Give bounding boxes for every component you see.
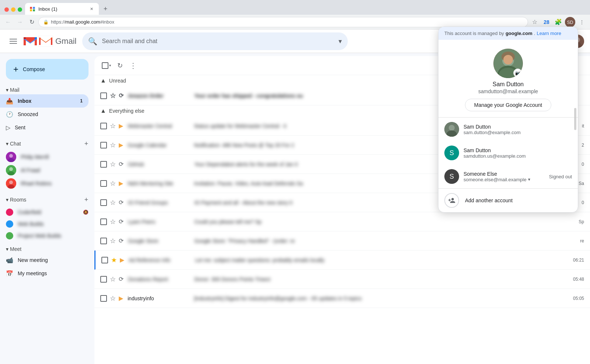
snooze-icon: ⟳ — [119, 161, 124, 168]
address-bar-url: https://mail.google.com#inbox — [51, 19, 114, 25]
rooms-section-header: ▾ Rooms + — [0, 192, 94, 206]
select-all-checkbox[interactable] — [102, 62, 108, 69]
forward-button[interactable]: → — [15, 17, 25, 27]
room-1-name: Coderfield — [18, 209, 79, 215]
star-icon[interactable]: ☆ — [110, 237, 116, 245]
email-time: Sa — [579, 181, 584, 186]
chat-contact-2[interactable]: Al Fraad — [6, 164, 94, 177]
star-icon[interactable]: ☆ — [110, 92, 116, 100]
email-checkbox[interactable] — [100, 238, 107, 244]
email-time: 06:21 — [573, 258, 584, 263]
search-input[interactable]: Search mail and chat — [102, 38, 334, 45]
sidebar-item-inbox[interactable]: 📥 Inbox 1 — [0, 94, 88, 108]
manage-google-account-button[interactable]: Manage your Google Account — [465, 99, 551, 111]
bookmark-button[interactable]: ☆ — [530, 17, 540, 27]
traffic-light-green[interactable] — [18, 7, 22, 12]
email-checkbox[interactable] — [100, 142, 107, 148]
sidebar-item-my-meetings[interactable]: 📅 My meetings — [0, 267, 94, 280]
chat-contact-1[interactable]: Philip Merrill — [6, 150, 94, 164]
account-item-sam-2[interactable]: S Sam Dutton samdutton.us@example.com — [438, 141, 578, 165]
email-checkbox[interactable] — [100, 92, 107, 99]
arrow-icon: ▶ — [119, 180, 123, 187]
star-icon[interactable]: ☆ — [110, 199, 116, 207]
email-row[interactable]: ☆ ⟳ Google Store Google Store: "Privacy … — [94, 231, 590, 251]
svg-rect-0 — [30, 7, 32, 9]
room-item-2[interactable]: Web Builds — [0, 218, 94, 230]
reload-button[interactable]: ↻ — [27, 17, 37, 27]
select-dropdown-arrow-icon[interactable]: ▾ — [109, 63, 111, 67]
meet-section-header[interactable]: ▾ Meet — [0, 243, 94, 253]
address-bar[interactable]: 🔒 https://mail.google.com#inbox — [38, 17, 528, 27]
more-options-button[interactable]: ⋮ — [127, 60, 139, 71]
sidebar-item-snoozed[interactable]: 🕐 Snoozed — [0, 108, 88, 121]
add-another-account-item[interactable]: Add another account — [438, 189, 578, 212]
traffic-light-red[interactable] — [4, 7, 9, 12]
dot-separator: . — [534, 31, 535, 36]
compose-button[interactable]: + Compose — [6, 59, 88, 80]
account-item-1-avatar — [444, 122, 459, 137]
email-row[interactable]: ☆ ⟳ Lyam Peers Could you please tell me?… — [94, 212, 590, 231]
managed-domain: google.com — [506, 31, 532, 36]
extension-puzzle[interactable]: 🧩 — [553, 17, 563, 27]
star-icon[interactable]: ☆ — [110, 218, 116, 226]
star-icon[interactable]: ☆ — [110, 160, 116, 168]
chat-section-header: ▾ Chat + — [0, 136, 94, 150]
arrow-icon: ▶ — [119, 122, 123, 129]
room-item-3[interactable]: Project Web Builds — [0, 230, 94, 242]
mail-chevron-icon: ▾ — [6, 87, 8, 93]
extension-calendar[interactable]: 28 — [541, 17, 552, 27]
add-room-button[interactable]: + — [81, 195, 91, 205]
refresh-button[interactable]: ↻ — [114, 60, 126, 71]
edit-photo-button[interactable]: 📷 — [513, 69, 522, 77]
gmail-icon — [38, 36, 53, 47]
room-item-1[interactable]: Coderfield 🔕 — [0, 206, 94, 218]
rooms-chevron-icon[interactable]: ▾ — [6, 197, 8, 203]
star-icon[interactable]: ☆ — [110, 275, 116, 283]
back-button[interactable]: ← — [3, 17, 13, 27]
chat-contact-3[interactable]: Rhael Robins — [6, 177, 94, 190]
email-row[interactable]: ☆ ⟳ Donations Report Donor: 300 Donors P… — [94, 270, 590, 289]
chrome-menu-button[interactable]: ⋮ — [577, 17, 587, 27]
snoozed-icon: 🕐 — [6, 111, 13, 118]
svg-rect-3 — [33, 9, 35, 11]
traffic-light-yellow[interactable] — [11, 7, 15, 12]
gmail-app: Gmail 🔍 Search mail and chat ▾ Active ▾ … — [0, 29, 590, 364]
learn-more-link[interactable]: Learn more — [537, 31, 561, 36]
snooze-icon: ⟳ — [119, 237, 124, 244]
add-account-icon — [444, 193, 459, 208]
search-bar[interactable]: 🔍 Search mail and chat ▾ — [82, 32, 348, 50]
new-tab-button[interactable]: + — [100, 4, 111, 15]
profile-button[interactable]: SD — [565, 17, 575, 27]
active-tab[interactable]: Inbox (1) ✕ — [25, 3, 99, 15]
chat-chevron-icon[interactable]: ▾ — [6, 141, 8, 147]
select-all-checkbox-wrapper[interactable]: ▾ — [100, 61, 112, 70]
email-content: Google Store: "Privacy Handled" - (order… — [194, 238, 577, 244]
email-checkbox[interactable] — [100, 161, 107, 168]
tab-close-button[interactable]: ✕ — [88, 6, 94, 12]
mail-section-header[interactable]: ▾ Mail — [0, 85, 94, 94]
account-photo[interactable]: 📷 — [493, 49, 523, 78]
email-checkbox[interactable] — [101, 257, 108, 263]
star-icon[interactable]: ☆ — [110, 179, 116, 188]
star-icon[interactable]: ☆ — [110, 122, 116, 130]
email-checkbox[interactable] — [100, 123, 107, 129]
email-row-highlighted[interactable]: ★ ▶ Ad Reference Info Let me: subject ma… — [94, 251, 590, 270]
email-checkbox[interactable] — [100, 199, 107, 206]
contact-2-avatar — [6, 165, 16, 175]
star-icon[interactable]: ☆ — [110, 141, 116, 149]
search-filter-arrow[interactable]: ▾ — [339, 37, 342, 45]
rooms-section-label: Rooms — [8, 197, 81, 203]
account-item-sam-1[interactable]: Sam Dutton sam.dutton@example.com — [438, 118, 578, 141]
email-checkbox[interactable] — [100, 180, 107, 187]
sidebar-item-new-meeting[interactable]: 📹 New meeting — [0, 253, 94, 267]
account-item-someone-else[interactable]: S Someone Else someone.else@mail.example… — [438, 165, 578, 188]
email-checkbox[interactable] — [100, 218, 107, 225]
add-chat-button[interactable]: + — [81, 139, 91, 149]
email-checkbox[interactable] — [100, 276, 107, 283]
sidebar-item-sent[interactable]: ▷ Sent — [0, 121, 88, 134]
star-icon-starred[interactable]: ★ — [111, 256, 117, 264]
star-icon[interactable]: ☆ — [110, 294, 116, 302]
email-row-industryinfo[interactable]: ☆ ▶ industryinfo [Industryinfo] Digest f… — [94, 289, 590, 308]
email-checkbox[interactable] — [100, 295, 107, 302]
hamburger-menu-button[interactable] — [6, 34, 21, 49]
